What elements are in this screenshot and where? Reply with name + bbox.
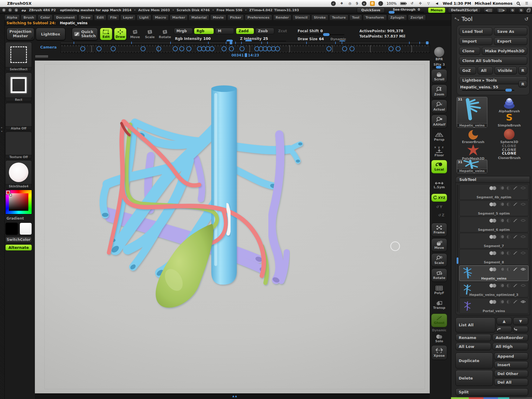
edit-mode-button[interactable]: Edit [100, 28, 112, 40]
del-other-button[interactable]: Del Other [494, 370, 528, 377]
save-as-button[interactable]: Save As [494, 27, 527, 35]
brush-toggle-icon[interactable] [513, 186, 518, 190]
spotlight-search-icon[interactable] [516, 1, 521, 6]
move-canvas-button[interactable]: Move [431, 238, 447, 252]
zcut-toggle[interactable]: Zcut [275, 28, 288, 34]
goz-all-button[interactable]: All [478, 66, 493, 74]
timeline-track-label[interactable]: Camera [40, 45, 57, 49]
subtool-scrollbar[interactable] [457, 185, 458, 312]
goz-visible-button[interactable]: Visible [494, 66, 517, 74]
xpose-button[interactable]: Xpose [431, 345, 447, 360]
load-tool-button[interactable]: Load Tool [459, 27, 492, 35]
window-zoom-button[interactable]: + [14, 8, 19, 12]
dynamic-mode-label[interactable]: Dynamic [432, 329, 446, 332]
tool-item-simplebrush[interactable]: S SimpleBrush [492, 112, 527, 127]
all-high-button[interactable]: All High [492, 343, 528, 350]
eye-toggle-icon[interactable] [520, 219, 526, 222]
airplay-icon[interactable]: ✣ [418, 1, 423, 6]
window-close-button[interactable]: ✕ [2, 8, 6, 12]
tool-item-sphere3d[interactable]: Sphere3D [492, 129, 527, 144]
timeline-track[interactable] [61, 41, 430, 53]
see-through-knob[interactable] [389, 11, 395, 14]
subtool-row-portal-veins[interactable]: Portal_veins [459, 298, 528, 314]
brush-toggle-icon[interactable] [513, 251, 518, 255]
current-tool-slider[interactable]: Hepatic_veins. 55 R [459, 85, 527, 89]
lock-icon[interactable] [527, 9, 530, 12]
delete-button[interactable]: Delete [455, 370, 493, 386]
subtool-row-hepatic-veins-optimized[interactable]: Hepatic_veins_optimized_3 [459, 282, 528, 297]
lsym-button[interactable]: L.Sym [431, 179, 447, 192]
battery-icon[interactable] [400, 2, 406, 5]
eye-toggle-icon[interactable] [520, 251, 526, 255]
tray-right-icon[interactable]: ||||▶ [496, 8, 507, 13]
insert-button[interactable]: Insert [494, 361, 528, 369]
projection-master-button[interactable]: ProjectionMaster [7, 28, 34, 40]
tool-item-polymesh3d[interactable]: PolyMesh3D [458, 144, 489, 160]
menu-picker[interactable]: Picker [227, 14, 244, 20]
paste-config-icon[interactable]: ⧉ [518, 8, 524, 13]
menu-document[interactable]: Document [53, 14, 77, 20]
transp-button[interactable]: Transp [431, 299, 447, 312]
color-picker-handle[interactable] [9, 194, 12, 196]
lightbox-tools-button[interactable]: Lightbox ▸ Tools [459, 76, 527, 84]
menu-file[interactable]: File [107, 14, 119, 20]
clone-button[interactable]: Clone [459, 47, 480, 55]
notification-center-icon[interactable]: ☰ [524, 1, 529, 6]
menu-tool[interactable]: Tool [349, 14, 362, 20]
menu-zscript[interactable]: Zscript [408, 14, 426, 20]
eye-toggle-icon[interactable] [520, 300, 526, 304]
menu-color[interactable]: Color [38, 14, 52, 20]
default-zscript-button[interactable]: DefaultZScript [448, 7, 481, 13]
timemachine-icon[interactable]: ↺ [410, 1, 414, 6]
stroke-selector[interactable]: SelectRect [5, 42, 32, 71]
shade-toggle-icon[interactable] [500, 186, 504, 190]
eye-toggle-icon[interactable] [520, 186, 526, 190]
left-tray-edge[interactable]: ▸▾ [0, 14, 5, 399]
scale-mode-button[interactable]: S Scale [144, 28, 156, 40]
tool-item-clonerbrush[interactable]: CLONE CLONE CLONE ClonerBrush [492, 144, 527, 160]
menu-brush[interactable]: Brush [21, 14, 37, 20]
alpha-selector[interactable]: Alpha Off [5, 103, 32, 130]
current-tool-r-button[interactable]: R [518, 81, 527, 87]
append-button[interactable]: Append [494, 353, 528, 360]
canvas-scroll-marks-icon[interactable]: ▲▲ [232, 395, 238, 398]
duplicate-button[interactable]: Duplicate [455, 353, 493, 369]
eye-toggle-icon[interactable] [520, 235, 526, 239]
menu-stencil[interactable]: Stencil [292, 14, 310, 20]
timeline-playhead[interactable] [230, 41, 232, 44]
menu-texture[interactable]: Texture [329, 14, 348, 20]
brush-toggle-icon[interactable] [513, 218, 518, 223]
window-minimize-button[interactable]: − [8, 8, 12, 12]
subtool-up-button[interactable]: ▲ [497, 317, 512, 325]
subtool-down-button[interactable]: ▼ [513, 317, 528, 325]
zadd-toggle[interactable]: Zadd [236, 28, 254, 34]
panel-reset-icon[interactable]: ↺ [525, 16, 528, 22]
quicksave-button[interactable]: QuickSave [357, 7, 385, 13]
subtool-row-segment-6[interactable]: Segment_6 optim [459, 217, 528, 232]
gradient-label[interactable]: Gradient [5, 216, 32, 221]
texture-selector[interactable]: Texture Off [5, 132, 32, 159]
brush-toggle-icon[interactable] [513, 202, 518, 206]
status-check-icon[interactable]: ✓ [331, 1, 336, 6]
split-button[interactable]: Split [455, 388, 528, 396]
menubar-user[interactable]: Michael Konomos [475, 1, 512, 6]
eye-toggle-icon[interactable] [520, 284, 526, 287]
polypaint-toggle-icon[interactable] [489, 186, 497, 190]
eye-toggle-icon[interactable] [520, 267, 526, 271]
copy-config-icon[interactable]: ⧉ [510, 8, 516, 13]
floor-button[interactable]: x y z Floor [431, 145, 447, 158]
menu-preferences[interactable]: Preferences [245, 14, 272, 20]
menu-macro[interactable]: Macro [152, 14, 169, 20]
menu-marker[interactable]: Marker [170, 14, 188, 20]
subtool-row-segment-8[interactable]: Segment_8 [459, 249, 528, 265]
current-tool-slider-track[interactable] [462, 90, 514, 91]
eye-toggle-icon[interactable] [520, 202, 526, 206]
scroll-button[interactable]: Scroll [431, 69, 447, 83]
autoreorder-button[interactable]: AutoReorder [492, 334, 528, 341]
xyz-rotation-button[interactable]: XYZ [431, 194, 447, 202]
goz-r-button[interactable]: R [518, 66, 527, 74]
difference-toggle-icon[interactable] [507, 186, 510, 190]
wifi-icon[interactable]: ▽ [426, 1, 431, 6]
subtool-row-hepatic-veins[interactable]: Hepatic_veins [459, 265, 528, 281]
creative-cloud-icon[interactable]: ◎ [348, 1, 352, 6]
